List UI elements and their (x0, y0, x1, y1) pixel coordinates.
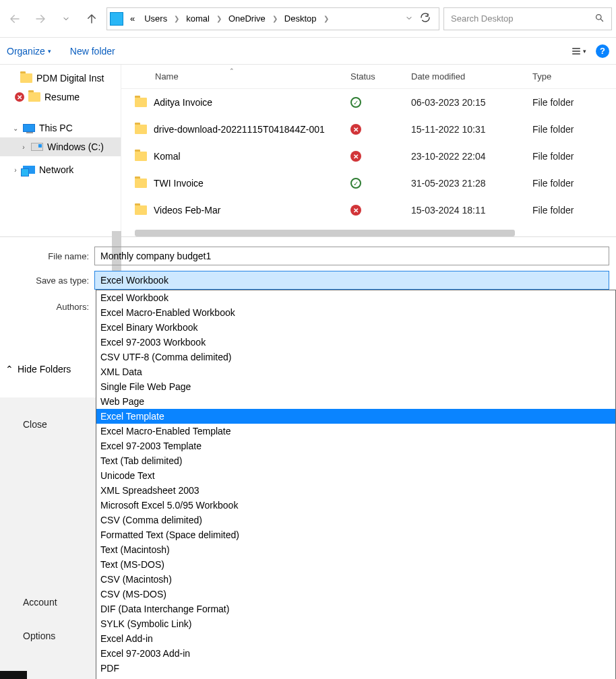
file-status-cell: ✓ (344, 97, 404, 108)
organize-label: Organize (7, 46, 45, 57)
chevron-down-icon: ▾ (48, 48, 51, 55)
file-type-option[interactable]: Excel 97-2003 Template (96, 439, 615, 453)
file-type-option[interactable]: Excel Binary Workbook (96, 320, 615, 335)
file-type-option[interactable]: XML Data (96, 364, 615, 379)
sidebar-item-pdm[interactable]: PDM Digital Inst (0, 69, 121, 88)
file-type-option[interactable]: Text (MS-DOS) (96, 557, 615, 572)
file-type-option[interactable]: Excel 97-2003 Workbook (96, 335, 615, 350)
file-type-option[interactable]: Excel Add-in (96, 631, 615, 646)
breadcrumb-item[interactable]: Users (140, 11, 171, 26)
sidebar-item-resume[interactable]: ✕ Resume (0, 88, 121, 106)
file-type-option[interactable]: Excel Macro-Enabled Workbook (96, 305, 615, 320)
column-header-name[interactable]: ⌃ Name (121, 71, 344, 82)
table-row[interactable]: Videos Feb-Mar✕15-03-2024 18:11File fold… (121, 197, 616, 224)
file-type-option[interactable]: Excel Macro-Enabled Template (96, 424, 615, 439)
breadcrumb-prefix[interactable]: « (126, 11, 139, 26)
file-type-option[interactable]: XML Spreadsheet 2003 (96, 483, 615, 498)
file-date-cell: 06-03-2023 20:15 (404, 97, 526, 108)
file-status-cell: ✕ (344, 205, 404, 216)
file-type-option[interactable]: Formatted Text (Space delimited) (96, 527, 615, 542)
column-header-type[interactable]: Type (526, 71, 607, 82)
file-name-value: Monthly company budget1 (100, 251, 211, 261)
sort-indicator-icon: ⌃ (229, 67, 235, 74)
chevron-up-icon: ⌃ (5, 364, 13, 375)
status-error-icon: ✕ (350, 151, 361, 162)
file-type-cell: File folder (526, 178, 607, 189)
file-type-option[interactable]: Unicode Text (96, 468, 615, 483)
search-input[interactable]: Search Desktop (443, 7, 612, 30)
search-placeholder: Search Desktop (451, 13, 514, 24)
file-type-option[interactable]: Microsoft Excel 5.0/95 Workbook (96, 498, 615, 513)
file-name-input[interactable]: Monthly company budget1 (94, 247, 609, 265)
address-history-dropdown[interactable] (400, 11, 410, 26)
file-type-option[interactable]: CSV (MS-DOS) (96, 587, 615, 602)
new-folder-button[interactable]: New folder (70, 46, 115, 57)
column-headers: ⌃ Name Status Date modified Type (121, 65, 616, 89)
back-button[interactable] (4, 8, 26, 30)
table-row[interactable]: drive-download-20221115T041844Z-001✕15-1… (121, 116, 616, 143)
command-bar: Organize ▾ New folder ▾ ? (0, 38, 616, 65)
file-type-option[interactable]: Single File Web Page (96, 379, 615, 394)
file-type-option[interactable]: XPS Document (96, 676, 615, 679)
save-as-type-combo[interactable]: Excel Workbook (94, 271, 609, 290)
pc-icon (23, 124, 35, 132)
account-link[interactable]: Account (23, 597, 57, 608)
close-button[interactable]: Close (23, 419, 47, 430)
options-link[interactable]: Options (23, 630, 55, 641)
chevron-right-icon: ❯ (215, 15, 223, 22)
file-type-option[interactable]: Web Page (96, 394, 615, 409)
table-row[interactable]: TWI Invoice✓31-05-2023 21:28File folder (121, 170, 616, 197)
chevron-down-icon[interactable]: ⌄ (12, 125, 19, 132)
chevron-right-icon[interactable]: › (20, 143, 27, 151)
column-header-status[interactable]: Status (344, 71, 404, 82)
help-button[interactable]: ? (596, 44, 609, 58)
table-row[interactable]: Aditya Invoice✓06-03-2023 20:15File fold… (121, 89, 616, 116)
refresh-button[interactable] (414, 9, 436, 28)
folder-icon (28, 92, 40, 102)
file-date-cell: 23-10-2022 22:04 (404, 151, 526, 162)
hide-folders-button[interactable]: ⌃ Hide Folders (5, 364, 71, 375)
folder-icon (135, 179, 147, 188)
address-bar[interactable]: « Users ❯ komal ❯ OneDrive ❯ Desktop ❯ (106, 7, 439, 30)
file-type-option[interactable]: DIF (Data Interchange Format) (96, 602, 615, 616)
breadcrumb-item[interactable]: Desktop (280, 11, 321, 26)
file-status-cell: ✕ (344, 151, 404, 162)
file-type-option[interactable]: Text (Macintosh) (96, 542, 615, 557)
breadcrumb-item[interactable]: komal (182, 11, 214, 26)
file-type-option[interactable]: CSV (Macintosh) (96, 572, 615, 587)
file-type-option[interactable]: Excel Workbook (96, 290, 615, 305)
file-type-option[interactable]: PDF (96, 661, 615, 676)
sidebar-item-label: This PC (39, 123, 73, 133)
view-options-button[interactable]: ▾ (568, 43, 589, 59)
file-type-option[interactable]: Excel Template (96, 409, 615, 424)
save-as-type-value: Excel Workbook (100, 275, 168, 286)
file-type-option[interactable]: Excel 97-2003 Add-in (96, 646, 615, 661)
chevron-right-icon[interactable]: › (12, 166, 19, 174)
file-name-text: Komal (154, 151, 181, 162)
sidebar-item-network[interactable]: › Network (0, 160, 121, 179)
sidebar-item-windows-c[interactable]: › Windows (C:) (0, 137, 121, 156)
organize-menu[interactable]: Organize ▾ (7, 46, 51, 57)
status-synced-icon: ✓ (350, 178, 361, 189)
file-type-option[interactable]: Text (Tab delimited) (96, 453, 615, 468)
recent-locations-dropdown[interactable] (55, 8, 77, 30)
sidebar-item-this-pc[interactable]: ⌄ This PC (0, 119, 121, 137)
folder-icon (135, 205, 147, 215)
folder-icon (135, 152, 147, 161)
up-button[interactable] (81, 8, 102, 30)
table-row[interactable]: Komal✕23-10-2022 22:04File folder (121, 143, 616, 170)
file-status-cell: ✕ (344, 124, 404, 135)
file-type-option[interactable]: CSV (Comma delimited) (96, 513, 615, 527)
file-type-option[interactable]: SYLK (Symbolic Link) (96, 616, 615, 631)
breadcrumb-item[interactable]: OneDrive (224, 11, 270, 26)
file-type-option[interactable]: CSV UTF-8 (Comma delimited) (96, 350, 615, 364)
file-name-cell: Komal (121, 151, 344, 162)
error-badge-icon: ✕ (15, 92, 24, 102)
chevron-right-icon: ❯ (173, 15, 181, 22)
forward-button[interactable] (30, 8, 51, 30)
save-as-type-dropdown[interactable]: Excel WorkbookExcel Macro-Enabled Workbo… (96, 290, 616, 679)
drive-icon (31, 143, 43, 151)
horizontal-scrollbar[interactable] (135, 230, 515, 236)
column-header-date[interactable]: Date modified (404, 71, 526, 82)
save-as-type-label: Save as type: (7, 276, 94, 286)
